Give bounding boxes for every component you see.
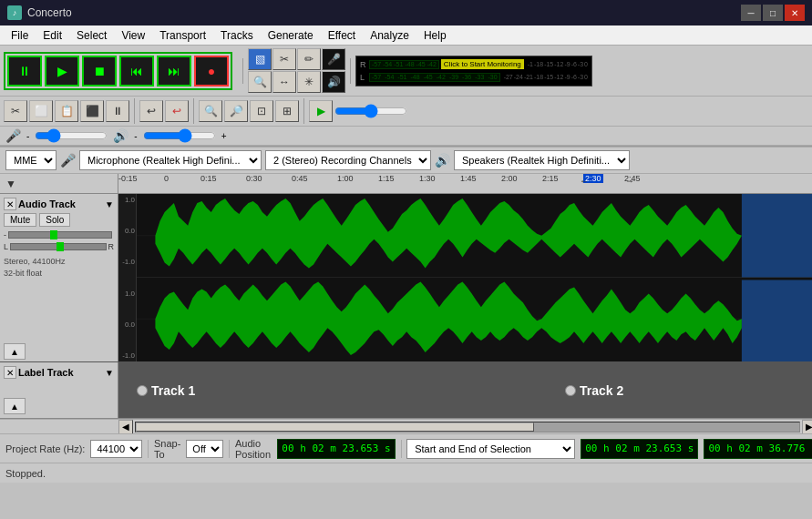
svg-rect-5 bbox=[742, 280, 812, 361]
timeshift-tool[interactable]: ↔ bbox=[272, 71, 296, 93]
snap-select[interactable]: Off bbox=[186, 440, 223, 458]
gain-slider-track bbox=[8, 231, 112, 239]
track-arrow-btn[interactable]: ▼ bbox=[105, 199, 114, 209]
ruler-mark-6: 1:15 bbox=[378, 174, 395, 183]
zoom-in-button[interactable]: 🔍 bbox=[199, 100, 222, 122]
microphone-select[interactable]: Microphone (Realtek High Defini... bbox=[79, 150, 262, 170]
play-button[interactable]: ▶ bbox=[45, 56, 79, 86]
menu-analyze[interactable]: Analyze bbox=[363, 27, 416, 44]
menu-select[interactable]: Select bbox=[69, 27, 114, 44]
speaker-tool[interactable]: 🔊 bbox=[322, 71, 345, 93]
label-pin-2[interactable] bbox=[565, 385, 576, 396]
ruler-arrow-down[interactable]: ▼ bbox=[5, 178, 16, 190]
menu-edit[interactable]: Edit bbox=[36, 27, 69, 44]
paste-button[interactable]: 📋 bbox=[55, 100, 78, 122]
play-speed-button[interactable]: ▶ bbox=[309, 100, 333, 122]
sep4 bbox=[193, 98, 194, 124]
selection-type-select[interactable]: Start and End of Selection bbox=[406, 439, 575, 459]
trim-button[interactable]: ⬛ bbox=[80, 100, 104, 122]
hscroll-track[interactable] bbox=[135, 422, 800, 432]
bar-sep1 bbox=[148, 440, 149, 458]
hscroll-right-btn[interactable]: ▶ bbox=[802, 420, 812, 434]
minimize-button[interactable]: ─ bbox=[741, 5, 761, 21]
level-plus: + bbox=[221, 131, 227, 141]
record-button[interactable]: ● bbox=[194, 56, 229, 86]
close-button[interactable]: ✕ bbox=[785, 5, 805, 21]
level-minus2: - bbox=[134, 131, 137, 141]
channels-select[interactable]: 2 (Stereo) Recording Channels bbox=[265, 150, 431, 170]
maximize-button[interactable]: □ bbox=[763, 5, 783, 21]
toolbar-row-2: ✂ ⬜ 📋 ⬛ ⏸ ↩ ↩ 🔍 🔎 ⊡ ⊞ ▶ bbox=[0, 97, 812, 127]
menu-generate[interactable]: Generate bbox=[261, 27, 321, 44]
gain-slider-thumb[interactable] bbox=[50, 230, 57, 239]
undo-button[interactable]: ↩ bbox=[139, 100, 163, 122]
mute-button[interactable]: Mute bbox=[4, 213, 36, 227]
track-expand-button[interactable]: ▲ bbox=[4, 343, 26, 360]
label-arrow-btn[interactable]: ▼ bbox=[105, 368, 114, 378]
multi-tool[interactable]: ✳ bbox=[297, 71, 321, 93]
gain-minus: - bbox=[4, 230, 6, 239]
rate-label: Project Rate (Hz): bbox=[5, 443, 85, 454]
zoom-sel-button[interactable]: ⊡ bbox=[250, 100, 273, 122]
audio-track-header: ✕ Audio Track ▼ Mute Solo - L bbox=[0, 194, 118, 361]
time-ruler: ▼ -0:15 0 0:15 0:30 0:45 1:00 1:15 1:30 … bbox=[0, 174, 812, 194]
label-track-content[interactable]: Track 1 Track 2 bbox=[118, 362, 812, 418]
draw-tool[interactable]: ✏ bbox=[297, 48, 321, 70]
label-close-btn[interactable]: ✕ bbox=[4, 366, 16, 379]
menu-file[interactable]: File bbox=[4, 27, 36, 44]
solo-button[interactable]: Solo bbox=[39, 213, 70, 227]
hscroll-thumb[interactable] bbox=[136, 422, 534, 432]
waveform-container[interactable]: 1.0 0.0 -1.0 1.0 0.0 -1.0 bbox=[118, 194, 812, 361]
project-rate-select[interactable]: 44100 bbox=[90, 440, 142, 458]
skip-back-button[interactable]: ⏮ bbox=[119, 56, 154, 86]
sep5 bbox=[303, 98, 304, 124]
menu-tracks[interactable]: Tracks bbox=[213, 27, 261, 44]
track-info: Stereo, 44100Hz32-bit float bbox=[4, 256, 114, 279]
ruler-mark-7: 1:30 bbox=[419, 174, 436, 183]
ruler-mark-3: 0:30 bbox=[246, 174, 262, 183]
label-item-1: Track 1 bbox=[137, 383, 195, 398]
hscroll-left-btn[interactable]: ◀ bbox=[118, 420, 133, 434]
cut-button[interactable]: ✂ bbox=[4, 100, 27, 122]
toolbar-area: ⏸ ▶ ⏹ ⏮ ⏭ ● ▧ ✂ ✏ 🎤 🔍 ↔ ✳ 🔊 bbox=[0, 46, 812, 147]
title-bar: ♪ Concerto ─ □ ✕ bbox=[0, 0, 812, 25]
output-level-slider[interactable] bbox=[143, 130, 216, 141]
speakers-select[interactable]: Speakers (Realtek High Definiti... bbox=[454, 150, 630, 170]
menu-bar: File Edit Select View Transport Tracks G… bbox=[0, 25, 812, 46]
menu-help[interactable]: Help bbox=[416, 27, 454, 44]
mic-tool[interactable]: 🎤 bbox=[322, 48, 345, 70]
label-expand-button[interactable]: ▲ bbox=[4, 398, 26, 414]
pause-button[interactable]: ⏸ bbox=[7, 56, 42, 86]
input-level-slider[interactable] bbox=[35, 130, 108, 141]
label-text-1: Track 1 bbox=[151, 383, 195, 398]
zoom-tool[interactable]: 🔍 bbox=[248, 71, 272, 93]
time-display-1: 00 h 02 m 23.653 s bbox=[277, 439, 395, 459]
select-tool[interactable]: ▧ bbox=[248, 48, 272, 70]
bar-sep2 bbox=[229, 440, 230, 458]
copy-button[interactable]: ⬜ bbox=[29, 100, 53, 122]
monitoring-button[interactable]: Click to Start Monitoring bbox=[441, 59, 524, 69]
menu-view[interactable]: View bbox=[114, 27, 152, 44]
menu-effect[interactable]: Effect bbox=[321, 27, 363, 44]
stop-button[interactable]: ⏹ bbox=[82, 56, 117, 86]
driver-select[interactable]: MME bbox=[5, 150, 57, 170]
menu-transport[interactable]: Transport bbox=[152, 27, 213, 44]
status-text: Stopped. bbox=[5, 468, 46, 479]
app-title: Concerto bbox=[27, 6, 72, 19]
audio-track: ✕ Audio Track ▼ Mute Solo - L bbox=[0, 194, 812, 362]
ruler-mark-5: 1:00 bbox=[337, 174, 354, 183]
redo-button[interactable]: ↩ bbox=[165, 100, 189, 122]
label-pin-1[interactable] bbox=[137, 385, 148, 396]
scale-1.0-bot: 1.0 bbox=[119, 290, 135, 298]
label-item-2: Track 2 bbox=[565, 383, 623, 398]
track-close-btn[interactable]: ✕ bbox=[4, 198, 16, 210]
zoom-out-button[interactable]: 🔎 bbox=[224, 100, 248, 122]
label-track-header: ✕ Label Track ▼ ▲ bbox=[0, 362, 118, 418]
skip-forward-button[interactable]: ⏭ bbox=[157, 56, 191, 86]
envelope-tool[interactable]: ✂ bbox=[272, 48, 296, 70]
ruler-mark-9: 2:00 bbox=[501, 174, 518, 183]
speed-slider[interactable] bbox=[334, 104, 407, 118]
silence-button[interactable]: ⏸ bbox=[106, 100, 129, 122]
pan-slider-thumb[interactable] bbox=[57, 242, 64, 251]
zoom-fit-button[interactable]: ⊞ bbox=[275, 100, 299, 122]
